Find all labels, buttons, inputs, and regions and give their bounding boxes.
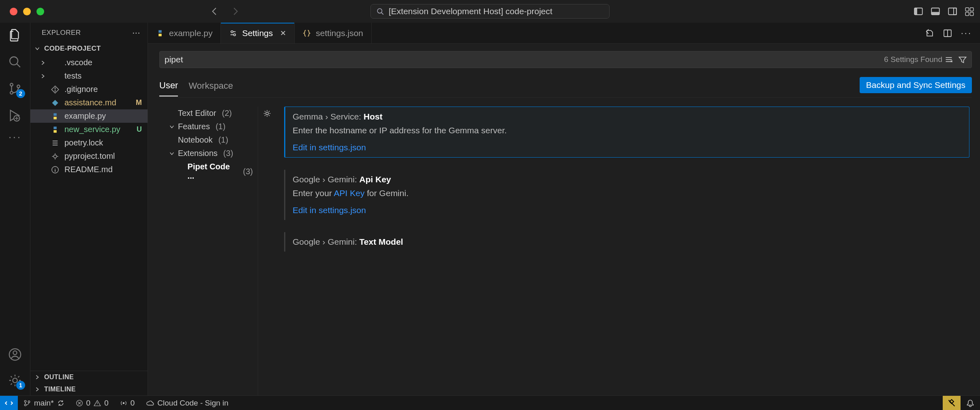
folder-header[interactable]: CODE-PROJECT <box>30 41 148 56</box>
settings-editor: 6 Settings Found User Workspace Backup a… <box>148 44 980 395</box>
toc-item[interactable]: Features(1) <box>159 120 255 133</box>
toc-item[interactable]: Text Editor(2) <box>159 107 255 120</box>
status-branch[interactable]: main* <box>18 396 70 410</box>
editor-tab[interactable]: Settings✕ <box>221 23 295 43</box>
toc-item[interactable]: Extensions(3) <box>159 147 255 160</box>
file-icon <box>51 126 60 134</box>
toc-item[interactable]: Pipet Code ...(3) <box>159 160 255 183</box>
settings-search-row: 6 Settings Found <box>159 51 972 68</box>
toc-item[interactable]: Notebook(1) <box>159 133 255 147</box>
timeline-section[interactable]: TIMELINE <box>30 383 148 395</box>
status-notifications[interactable] <box>961 396 980 410</box>
file-name: README.md <box>64 165 113 174</box>
title-right-controls <box>914 6 974 16</box>
svg-point-23 <box>231 30 233 32</box>
outline-section[interactable]: OUTLINE <box>30 371 148 383</box>
settings-search-input[interactable] <box>165 55 884 64</box>
split-editor-icon[interactable] <box>943 29 952 38</box>
status-cloud-code[interactable]: Cloud Code - Sign in <box>140 396 234 410</box>
toc-count: (2) <box>222 109 231 118</box>
git-status: U <box>137 125 142 134</box>
svg-point-12 <box>10 83 13 86</box>
toggle-primary-sidebar-icon[interactable] <box>914 6 923 16</box>
settings-search-box[interactable]: 6 Settings Found <box>159 51 972 68</box>
file-item[interactable]: README.md <box>30 163 148 176</box>
clear-search-icon[interactable] <box>945 56 953 64</box>
settings-scope-row: User Workspace Backup and Sync Settings <box>159 77 972 98</box>
status-remote[interactable] <box>0 396 18 410</box>
scope-tab-workspace[interactable]: Workspace <box>188 78 233 96</box>
status-ports[interactable]: 0 <box>114 396 141 410</box>
svg-rect-6 <box>954 8 956 15</box>
tab-actions: ··· <box>917 23 980 43</box>
bell-icon <box>966 399 974 407</box>
svg-point-0 <box>377 9 382 13</box>
status-problems[interactable]: 0 0 <box>70 396 114 410</box>
customize-layout-icon[interactable] <box>965 6 974 16</box>
activity-account[interactable] <box>8 348 22 361</box>
file-item[interactable]: pyproject.toml <box>30 149 148 163</box>
folder-name: CODE-PROJECT <box>44 45 101 53</box>
tab-label: settings.json <box>316 28 363 38</box>
editor-tab[interactable]: settings.json <box>295 23 372 43</box>
edit-in-settings-json-link[interactable]: Edit in settings.json <box>293 143 366 152</box>
branch-name: main* <box>34 399 54 408</box>
toggle-panel-icon[interactable] <box>931 6 940 16</box>
setting-description: Enter the hostname or IP address for the… <box>293 126 962 135</box>
activity-search[interactable] <box>8 55 22 69</box>
file-item[interactable]: tests <box>30 69 148 83</box>
svg-point-14 <box>17 85 20 88</box>
activity-source-control[interactable]: 2 <box>8 82 22 96</box>
file-item[interactable]: .gitignore <box>30 83 148 96</box>
setting-desc-link[interactable]: API Key <box>334 188 365 198</box>
close-window-button[interactable] <box>10 8 17 15</box>
activity-explorer[interactable] <box>8 28 22 42</box>
setting-crumb: Google › Gemini: <box>293 175 359 184</box>
explorer-more-icon[interactable]: ··· <box>132 28 140 38</box>
filter-icon[interactable] <box>959 56 967 64</box>
tab-icon <box>229 29 237 37</box>
scope-tab-user[interactable]: User <box>159 78 178 96</box>
file-icon <box>51 139 60 147</box>
file-name: .vscode <box>64 58 92 67</box>
open-changes-icon[interactable] <box>925 29 934 38</box>
forward-button[interactable] <box>231 7 240 16</box>
edit-in-settings-json-link[interactable]: Edit in settings.json <box>293 205 366 215</box>
toggle-secondary-sidebar-icon[interactable] <box>948 6 957 16</box>
activity-run-debug[interactable] <box>8 109 22 122</box>
file-item[interactable]: assistance.mdM <box>30 96 148 109</box>
activity-more[interactable]: ··· <box>9 135 21 139</box>
minimize-window-button[interactable] <box>23 8 31 15</box>
toc-count: (3) <box>223 149 233 158</box>
svg-point-26 <box>266 112 268 115</box>
editor-group: example.pySettings✕settings.json ··· 6 S… <box>148 23 980 395</box>
backup-sync-button[interactable]: Backup and Sync Settings <box>860 77 972 93</box>
tab-icon <box>156 29 164 37</box>
gear-icon[interactable] <box>263 109 272 395</box>
radio-icon <box>120 399 127 407</box>
status-nospark[interactable] <box>943 396 961 410</box>
file-item[interactable]: new_service.pyU <box>30 123 148 136</box>
settings-found-label: 6 Settings Found <box>884 55 942 64</box>
settings-list[interactable]: Gemma › Service: Host Enter the hostname… <box>276 107 972 395</box>
settings-toc: Text Editor(2)Features(1)Notebook(1)Exte… <box>159 107 258 395</box>
back-button[interactable] <box>210 7 219 16</box>
setting-item[interactable]: Gemma › Service: Host Enter the hostname… <box>284 107 969 158</box>
sync-icon[interactable] <box>57 399 64 407</box>
editor-tab[interactable]: example.py <box>148 23 221 43</box>
file-item[interactable]: .vscode <box>30 56 148 69</box>
setting-item[interactable]: Google › Gemini: Api Key Enter your API … <box>284 170 969 220</box>
setting-gear-gutter <box>258 107 276 395</box>
file-item[interactable]: example.py <box>30 109 148 123</box>
file-icon <box>51 99 60 107</box>
explorer-panel: EXPLORER ··· CODE-PROJECT .vscodetests.g… <box>30 23 148 395</box>
setting-item[interactable]: Google › Gemini: Text Model <box>284 232 969 252</box>
command-center[interactable]: [Extension Development Host] code-projec… <box>370 4 610 19</box>
close-tab-icon[interactable]: ✕ <box>280 29 286 38</box>
toc-count: (1) <box>218 135 228 145</box>
file-item[interactable]: poetry.lock <box>30 136 148 149</box>
maximize-window-button[interactable] <box>36 8 44 15</box>
editor-more-icon[interactable]: ··· <box>961 28 972 38</box>
activity-manage[interactable]: 1 <box>8 374 22 387</box>
warning-count: 0 <box>104 399 109 408</box>
